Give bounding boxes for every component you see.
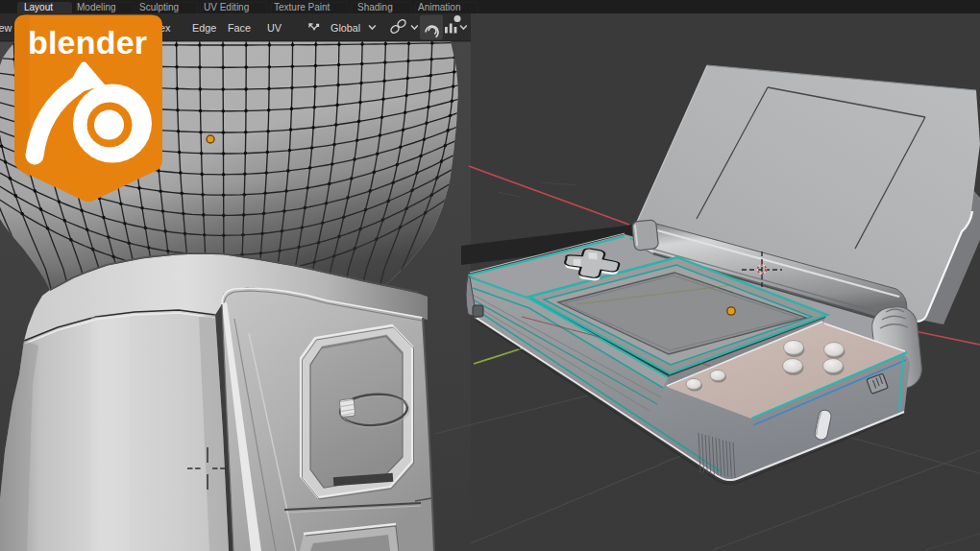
svg-text:Edge: Edge bbox=[192, 22, 216, 34]
svg-text:UV Editing: UV Editing bbox=[204, 2, 249, 12]
svg-text:blender: blender bbox=[28, 24, 147, 60]
svg-text:Animation: Animation bbox=[418, 2, 460, 12]
svg-text:Sculpting: Sculpting bbox=[139, 2, 179, 12]
svg-text:Layout: Layout bbox=[24, 2, 53, 12]
svg-text:View: View bbox=[0, 22, 12, 34]
svg-text:Global: Global bbox=[331, 22, 360, 34]
svg-text:UV: UV bbox=[267, 22, 282, 34]
svg-text:Shading: Shading bbox=[357, 2, 393, 12]
svg-text:Face: Face bbox=[228, 22, 251, 34]
svg-text:Modeling: Modeling bbox=[77, 2, 116, 12]
svg-text:Texture Paint: Texture Paint bbox=[274, 2, 331, 12]
